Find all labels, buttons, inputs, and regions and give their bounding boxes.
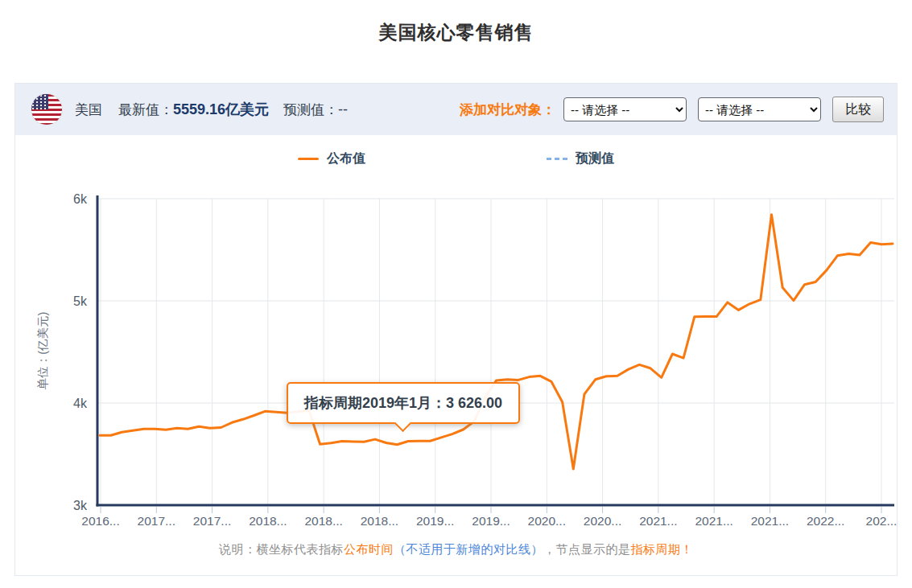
chart-legend: 公布值 预测值 <box>15 135 897 182</box>
chart-tooltip-text: 指标周期2019年1月：3 626.00 <box>304 393 502 413</box>
legend-item-published[interactable]: 公布值 <box>298 150 365 167</box>
x-tick-label: 2017... <box>138 514 175 528</box>
x-tick-label: 2019... <box>472 514 510 528</box>
y-tick-label: 5k <box>73 294 88 308</box>
forecast-value: -- <box>338 101 348 118</box>
legend-published-label: 公布值 <box>327 150 365 167</box>
x-tick-label: 2018... <box>249 514 287 528</box>
x-tick-label: 2020... <box>528 514 566 528</box>
x-tick-label: 2016... <box>81 514 119 528</box>
x-tick-label: 2022... <box>807 514 844 528</box>
x-tick-label: 202... <box>866 514 897 528</box>
latest-value-label: 最新值： <box>118 101 173 119</box>
footnote-text: 说明：横坐标代表指标 <box>219 542 344 556</box>
legend-item-forecast[interactable]: 预测值 <box>547 150 614 167</box>
chart-tooltip: 指标周期2019年1月：3 626.00 <box>287 382 520 424</box>
x-tick-label: 2021... <box>639 514 677 528</box>
x-tick-label: 2018... <box>304 514 342 528</box>
compare-button[interactable]: 比较 <box>832 97 884 122</box>
y-tick-label: 4k <box>73 397 88 410</box>
published-line-swatch-icon <box>298 158 319 160</box>
y-tick-label: 6k <box>73 192 88 206</box>
y-axis-title: 单位：(亿美元) <box>36 312 49 390</box>
page-title: 美国核心零售销售 <box>0 19 912 45</box>
indicator-panel: 美国 最新值： 5559.16亿美元 预测值： -- 添加对比对象： -- 请选… <box>14 83 898 576</box>
footnote-indicator-period: 指标周期！ <box>631 542 694 556</box>
x-tick-label: 2019... <box>416 514 454 528</box>
x-tick-label: 2018... <box>361 514 398 528</box>
compare-select-1[interactable]: -- 请选择 -- <box>563 97 687 121</box>
x-tick-label: 2020... <box>584 514 621 528</box>
compare-select-2[interactable]: -- 请选择 -- <box>698 97 821 121</box>
country-label: 美国 <box>75 101 102 119</box>
footnote-parenthetical: （不适用于新增的对比线） <box>394 542 543 556</box>
x-tick-label: 2017... <box>193 514 231 528</box>
legend-forecast-label: 预测值 <box>576 150 614 167</box>
footnote-publish-time: 公布时间 <box>344 542 394 556</box>
footnote-text-2: ，节点显示的是 <box>543 542 631 556</box>
add-compare-label: 添加对比对象： <box>460 101 555 119</box>
forecast-value-label: 预测值： <box>283 101 338 119</box>
us-flag-icon <box>31 94 62 125</box>
y-tick-label: 3k <box>73 499 88 512</box>
x-tick-label: 2021... <box>751 514 789 528</box>
x-tick-label: 2021... <box>695 514 732 528</box>
forecast-line-swatch-icon <box>547 158 567 160</box>
retail-sales-line-chart[interactable]: 2016...2017...2017...2018...2018...2018.… <box>15 182 897 531</box>
latest-value: 5559.16亿美元 <box>173 100 269 119</box>
chart-footnote: 说明：横坐标代表指标公布时间（不适用于新增的对比线），节点显示的是指标周期！ <box>15 531 897 575</box>
chart-area: 2016...2017...2017...2018...2018...2018.… <box>15 182 897 531</box>
series-line-公布值 <box>100 215 893 469</box>
indicator-header-bar: 美国 最新值： 5559.16亿美元 预测值： -- 添加对比对象： -- 请选… <box>15 84 897 135</box>
